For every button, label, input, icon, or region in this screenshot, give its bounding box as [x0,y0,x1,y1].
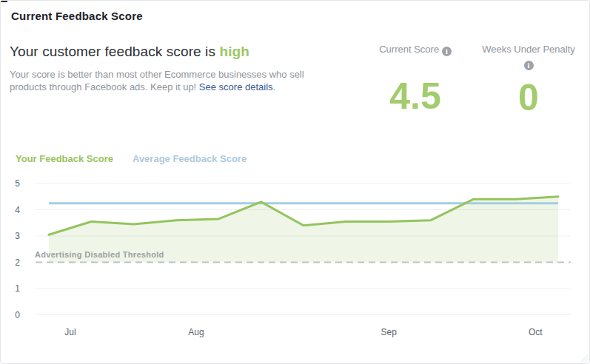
score-headline-text: Your customer feedback score is [10,44,219,59]
svg-text:Sep: Sep [381,327,398,337]
info-icon[interactable]: i [524,61,534,70]
current-score-label-text: Current Score [379,44,439,55]
chart-legend: Your Feedback Score Average Feedback Sco… [16,153,247,164]
legend-average-feedback-score[interactable]: Average Feedback Score [133,153,247,164]
svg-text:3: 3 [15,231,20,241]
current-score-stat: Current Score i 4.5 [365,44,466,115]
svg-text:5: 5 [15,178,20,189]
svg-text:2: 2 [15,257,20,268]
weeks-under-penalty-info-row: i [476,58,581,70]
svg-text:Oct: Oct [529,327,543,337]
info-icon[interactable]: i [442,47,452,56]
svg-text:1: 1 [15,283,20,294]
resize-handle-icon[interactable] [580,354,589,363]
current-score-label: Current Score i [365,44,466,56]
weeks-under-penalty-label: Weeks Under Penalty [476,44,581,55]
feedback-score-chart: 012345Advertising Disabled ThresholdJulA… [1,177,580,346]
page-title: Current Feedback Score [11,10,143,22]
score-description-period: . [273,81,276,92]
feedback-score-panel: Current Feedback Score Your customer fee… [0,0,590,364]
weeks-under-penalty-stat: Weeks Under Penalty i 0 [476,44,581,117]
legend-your-feedback-score[interactable]: Your Feedback Score [16,153,113,164]
score-headline: Your customer feedback score is high [10,44,249,60]
line-chart-svg: 012345Advertising Disabled ThresholdJulA… [1,177,580,346]
window-edge-artifact [1,1,7,2]
svg-text:Jul: Jul [64,327,76,337]
svg-text:Advertising Disabled Threshold: Advertising Disabled Threshold [35,250,164,259]
svg-text:0: 0 [15,310,20,320]
current-score-value: 4.5 [365,77,466,115]
score-level-text: high [219,44,249,59]
svg-text:Aug: Aug [188,327,204,337]
see-score-details-link[interactable]: See score details [199,81,273,92]
svg-text:4: 4 [15,205,20,215]
weeks-under-penalty-value: 0 [476,78,581,117]
score-description: Your score is better than most other Eco… [10,68,341,93]
